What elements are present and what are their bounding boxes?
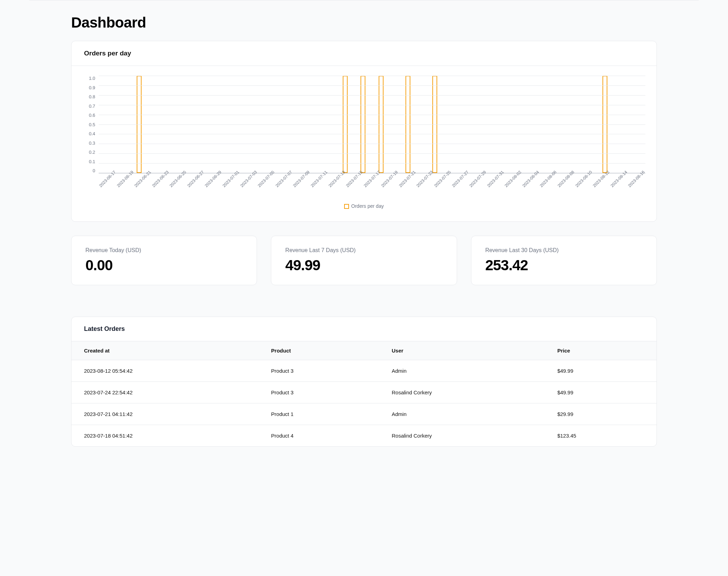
latest-orders-title: Latest Orders xyxy=(71,317,657,341)
y-tick: 0.5 xyxy=(89,122,95,127)
chart-plot xyxy=(99,76,645,173)
cell-user: Rosalind Corkery xyxy=(379,425,545,447)
cell-product: Product 1 xyxy=(259,403,379,425)
cell-price: $49.99 xyxy=(545,360,657,382)
y-tick: 0.6 xyxy=(89,113,95,118)
chart-y-axis: 1.00.90.80.70.60.50.40.30.20.10 xyxy=(83,76,99,173)
cell-user: Admin xyxy=(379,403,545,425)
y-tick: 0.2 xyxy=(89,150,95,155)
chart-area: 1.00.90.80.70.60.50.40.30.20.10 2023-06-… xyxy=(71,66,657,221)
stat-label: Revenue Last 7 Days (USD) xyxy=(285,247,442,253)
table-row[interactable]: 2023-08-12 05:54:42Product 3Admin$49.99 xyxy=(71,360,657,382)
col-created-at[interactable]: Created at xyxy=(71,341,259,360)
gridline xyxy=(99,105,645,105)
legend-swatch-icon xyxy=(344,204,349,209)
y-tick: 0 xyxy=(93,168,95,173)
y-tick: 0.4 xyxy=(89,131,95,136)
cell-price: $123.45 xyxy=(545,425,657,447)
cell-created_at: 2023-08-12 05:54:42 xyxy=(71,360,259,382)
y-tick: 0.8 xyxy=(89,94,95,99)
gridline xyxy=(99,144,645,144)
cell-user: Admin xyxy=(379,360,545,382)
gridline xyxy=(99,76,645,76)
y-tick: 0.3 xyxy=(89,141,95,146)
chart-x-axis: 2023-06-172023-06-192023-06-212023-06-23… xyxy=(99,175,645,200)
stat-value: 253.42 xyxy=(485,257,643,274)
y-tick: 0.7 xyxy=(89,104,95,109)
cell-user: Rosalind Corkery xyxy=(379,382,545,403)
stat-value: 0.00 xyxy=(85,257,243,274)
table-row[interactable]: 2023-07-18 04:51:42Product 4Rosalind Cor… xyxy=(71,425,657,447)
table-header-row: Created at Product User Price xyxy=(71,341,657,360)
stats-row: Revenue Today (USD) 0.00 Revenue Last 7 … xyxy=(71,236,657,285)
legend-label: Orders per day xyxy=(351,203,384,209)
cell-product: Product 3 xyxy=(259,382,379,403)
page-title: Dashboard xyxy=(71,14,657,31)
y-tick: 1.0 xyxy=(89,76,95,81)
col-product[interactable]: Product xyxy=(259,341,379,360)
cell-product: Product 4 xyxy=(259,425,379,447)
gridline xyxy=(99,153,645,154)
chart-title: Orders per day xyxy=(84,50,644,57)
table-row[interactable]: 2023-07-21 04:11:42Product 1Admin$29.99 xyxy=(71,403,657,425)
cell-product: Product 3 xyxy=(259,360,379,382)
stat-value: 49.99 xyxy=(285,257,442,274)
orders-table: Created at Product User Price 2023-08-12… xyxy=(71,341,657,446)
gridline xyxy=(99,115,645,115)
gridline xyxy=(99,95,645,96)
stat-label: Revenue Last 30 Days (USD) xyxy=(485,247,643,253)
cell-price: $29.99 xyxy=(545,403,657,425)
stat-revenue-today: Revenue Today (USD) 0.00 xyxy=(71,236,257,285)
stat-label: Revenue Today (USD) xyxy=(85,247,243,253)
gridline xyxy=(99,134,645,134)
table-row[interactable]: 2023-07-24 22:54:42Product 3Rosalind Cor… xyxy=(71,382,657,403)
y-tick: 0.9 xyxy=(89,85,95,90)
y-tick: 0.1 xyxy=(89,159,95,164)
cell-price: $49.99 xyxy=(545,382,657,403)
latest-orders-card: Latest Orders Created at Product User Pr… xyxy=(71,317,657,447)
stat-revenue-30days: Revenue Last 30 Days (USD) 253.42 xyxy=(471,236,657,285)
stat-revenue-7days: Revenue Last 7 Days (USD) 49.99 xyxy=(271,236,457,285)
col-price[interactable]: Price xyxy=(545,341,657,360)
card-header: Orders per day xyxy=(71,41,657,66)
cell-created_at: 2023-07-18 04:51:42 xyxy=(71,425,259,447)
orders-per-day-card: Orders per day 1.00.90.80.70.60.50.40.30… xyxy=(71,41,657,222)
cell-created_at: 2023-07-21 04:11:42 xyxy=(71,403,259,425)
gridline xyxy=(99,85,645,86)
col-user[interactable]: User xyxy=(379,341,545,360)
gridline xyxy=(99,124,645,125)
cell-created_at: 2023-07-24 22:54:42 xyxy=(71,382,259,403)
chart-legend: Orders per day xyxy=(83,203,645,209)
